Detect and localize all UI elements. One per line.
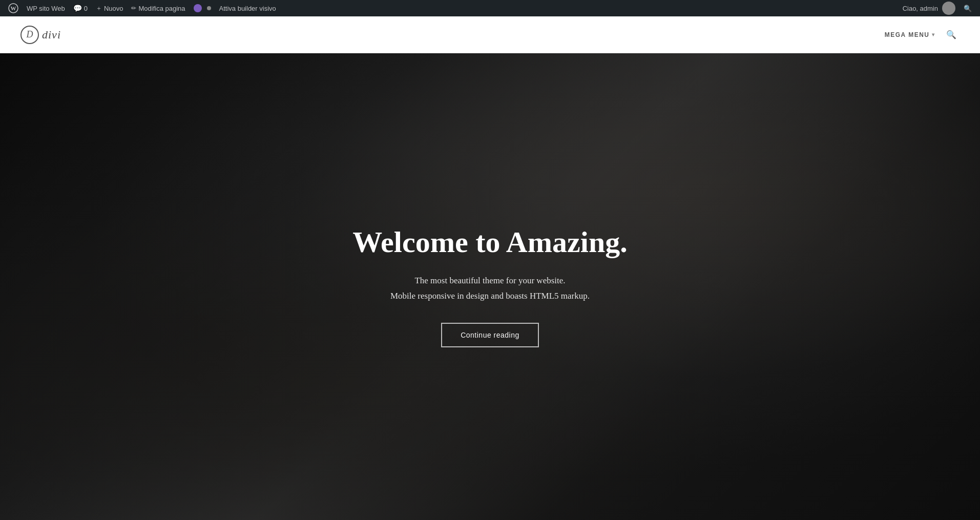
site-header: D divi MEGA MENU ▾ 🔍 xyxy=(0,16,980,53)
plus-icon: ＋ xyxy=(96,4,102,13)
site-navigation: MEGA MENU ▾ 🔍 xyxy=(877,27,960,43)
wp-logo-button[interactable]: W xyxy=(4,0,23,16)
admin-greeting[interactable]: Ciao, admin xyxy=(899,2,960,15)
logo-text: divi xyxy=(42,28,61,41)
comment-icon: 💬 xyxy=(73,4,82,12)
new-label: Nuovo xyxy=(104,5,123,12)
continue-reading-button[interactable]: Continue reading xyxy=(441,323,539,347)
edit-icon: ✏ xyxy=(131,5,136,12)
admin-site-link[interactable]: WP sito Web xyxy=(23,0,69,16)
header-search-button[interactable]: 🔍 xyxy=(943,27,960,43)
logo-letter: D xyxy=(27,29,33,40)
admin-bar-right: Ciao, admin 🔍 xyxy=(899,2,976,15)
admin-site-label: WP sito Web xyxy=(27,5,65,12)
admin-divi-builder-link[interactable]: Attiva builder visivo xyxy=(215,0,280,16)
edit-page-label: Modifica pagina xyxy=(138,5,185,12)
hero-subtitle: The most beautiful theme for your websit… xyxy=(352,273,627,304)
hero-title: Welcome to Amazing. xyxy=(352,226,627,259)
admin-bar: W WP sito Web 💬 0 ＋ Nuovo ✏ Modifica pag… xyxy=(0,0,980,16)
chevron-down-icon: ▾ xyxy=(932,32,935,37)
hero-content: Welcome to Amazing. The most beautiful t… xyxy=(342,226,637,347)
divi-circle-icon xyxy=(194,4,202,12)
svg-text:W: W xyxy=(11,5,16,11)
divi-builder-label: Attiva builder visivo xyxy=(219,5,276,12)
search-icon: 🔍 xyxy=(946,30,956,39)
comments-count: 0 xyxy=(84,5,88,12)
admin-divi-icon[interactable] xyxy=(190,0,215,16)
greeting-text: Ciao, admin xyxy=(903,5,938,12)
mega-menu-label: MEGA MENU xyxy=(885,31,930,38)
search-icon: 🔍 xyxy=(964,5,972,12)
mega-menu-item[interactable]: MEGA MENU ▾ xyxy=(877,31,943,38)
admin-new-link[interactable]: ＋ Nuovo xyxy=(92,0,128,16)
divi-loading-dot xyxy=(207,6,211,10)
admin-search-button[interactable]: 🔍 xyxy=(960,5,976,12)
admin-comments-link[interactable]: 💬 0 xyxy=(69,0,92,16)
site-logo-link[interactable]: D divi xyxy=(20,26,61,44)
logo-circle: D xyxy=(20,26,39,44)
hero-subtitle-line2: Mobile responsive in design and boasts H… xyxy=(352,288,627,304)
hero-section: Welcome to Amazing. The most beautiful t… xyxy=(0,53,980,520)
admin-edit-page-link[interactable]: ✏ Modifica pagina xyxy=(127,0,189,16)
hero-subtitle-line1: The most beautiful theme for your websit… xyxy=(352,273,627,289)
admin-avatar xyxy=(942,2,955,15)
